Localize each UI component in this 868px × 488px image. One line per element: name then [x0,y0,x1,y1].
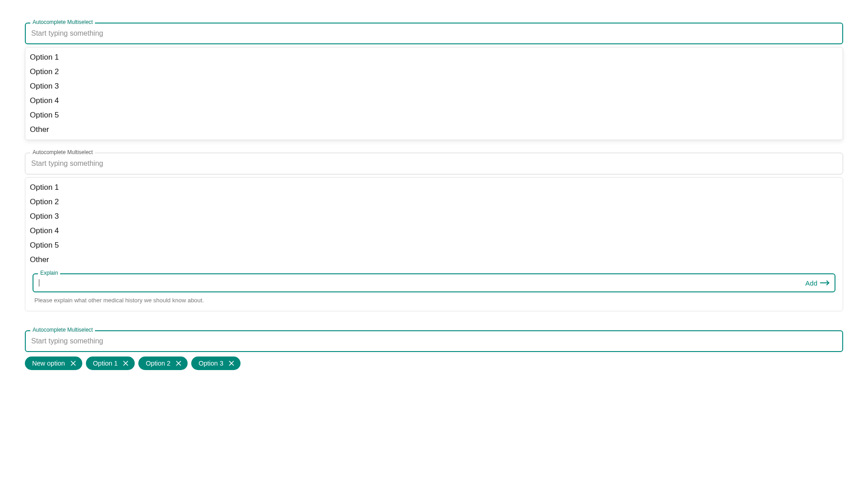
chip-label: Option 1 [93,360,118,367]
multiselect-2-dropdown: Option 1 Option 2 Option 3 Option 4 Opti… [25,177,843,311]
multiselect-2-label: Autocomplete Multiselect [30,149,95,155]
option-item[interactable]: Option 1 [25,50,843,65]
arrow-right-icon [820,282,828,283]
multiselect-2: Autocomplete Multiselect [25,153,843,174]
option-item[interactable]: Option 5 [25,108,843,122]
multiselect-1-input[interactable] [25,23,843,44]
multiselect-1: Autocomplete Multiselect [25,23,843,44]
chip: Option 2 [138,357,188,370]
option-item[interactable]: Other [25,253,843,267]
option-item[interactable]: Option 5 [25,238,843,253]
explain-input[interactable] [39,279,805,287]
option-item[interactable]: Option 3 [25,79,843,94]
chip: New option [25,357,82,370]
chip-label: Option 2 [146,360,170,367]
close-icon[interactable] [122,360,129,367]
multiselect-1-dropdown: Option 1 Option 2 Option 3 Option 4 Opti… [25,47,843,140]
option-item[interactable]: Option 4 [25,224,843,238]
explain-helper-text: Please explain what other medical histor… [33,292,835,304]
chip: Option 1 [86,357,135,370]
option-item[interactable]: Option 2 [25,65,843,79]
add-button[interactable]: Add [805,279,828,287]
option-item[interactable]: Option 4 [25,94,843,108]
explain-section: Explain Add Please explain what other me… [25,267,843,304]
multiselect-3: Autocomplete Multiselect [25,330,843,352]
close-icon[interactable] [175,360,182,367]
close-icon[interactable] [228,360,235,367]
option-item[interactable]: Option 3 [25,209,843,224]
chip-label: Option 3 [198,360,223,367]
multiselect-3-input[interactable] [25,330,843,352]
chips-row: New option Option 1 Option 2 Option 3 [25,357,843,370]
chip-label: New option [32,360,65,367]
option-item[interactable]: Other [25,122,843,137]
chip: Option 3 [191,357,241,370]
multiselect-3-label: Autocomplete Multiselect [30,327,95,333]
option-item[interactable]: Option 2 [25,195,843,209]
multiselect-2-input[interactable] [25,153,843,174]
close-icon[interactable] [70,360,77,367]
explain-label: Explain [38,270,60,276]
option-item[interactable]: Option 1 [25,180,843,195]
multiselect-1-label: Autocomplete Multiselect [30,19,95,25]
add-button-label: Add [805,279,817,287]
explain-input-row: Add [33,273,835,292]
